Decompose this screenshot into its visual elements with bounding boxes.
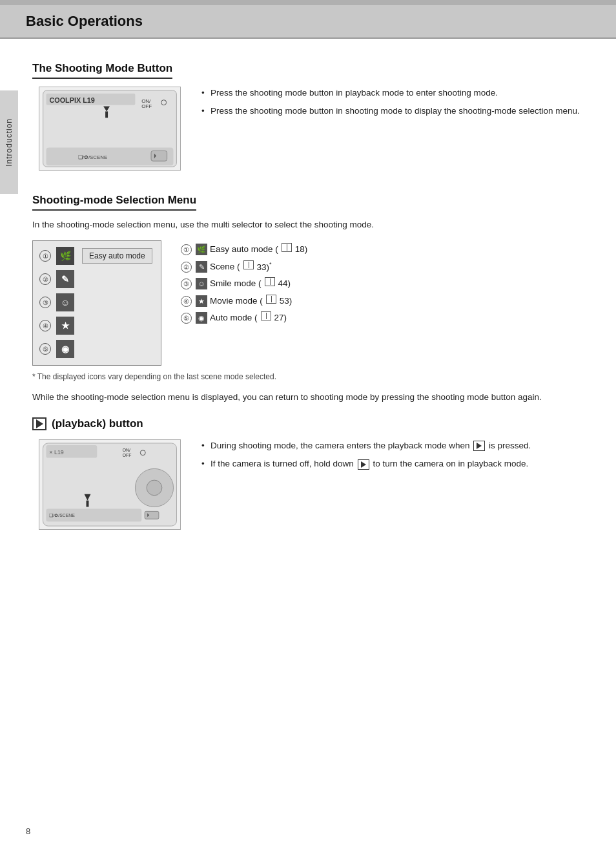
mode-descriptions: ① 🌿 Easy auto mode ( 18) ② ✎ Scene ( 33)…: [181, 240, 307, 328]
playback-bullets: During shooting mode, the camera enters …: [200, 439, 590, 476]
play-icon-box: [32, 417, 46, 430]
page-title: Basic Operations: [26, 13, 590, 30]
svg-text:COOLPIX L19: COOLPIX L19: [49, 96, 94, 104]
playback-layout: × L19 ON/ OFF ❑/✿/SCENE: [32, 439, 590, 530]
svg-rect-24: [145, 511, 159, 519]
mode-item-1[interactable]: ① 🌿 Easy auto mode: [37, 245, 157, 267]
scene-icon: ✎: [196, 261, 207, 273]
bullet-list-2: During shooting mode, the camera enters …: [200, 439, 590, 471]
playback-heading-text: (playback) button: [52, 417, 143, 430]
footnote: * The displayed icons vary depending on …: [32, 372, 590, 381]
circle-2: ②: [181, 262, 192, 273]
easy-auto-icon: 🌿: [196, 244, 207, 255]
mode-list-item-1: ① 🌿 Easy auto mode ( 18): [181, 243, 307, 256]
bullet-item: Press the shooting mode button in shooti…: [200, 105, 590, 118]
mode-label-4: Movie mode (: [210, 295, 263, 308]
book-icon-4: [266, 295, 276, 304]
mode-layout: ① 🌿 Easy auto mode ② ✎ ③ ☺ ④ ★: [32, 240, 590, 366]
circle-5: ⑤: [181, 313, 192, 324]
play-triangle: [36, 419, 43, 428]
svg-text:❑/✿/SCENE: ❑/✿/SCENE: [78, 154, 107, 160]
page-number: 8: [26, 826, 30, 836]
mode-number-3: ③: [39, 297, 51, 308]
svg-text:ON/: ON/: [123, 448, 130, 452]
camera-box-2: × L19 ON/ OFF ❑/✿/SCENE: [39, 439, 181, 530]
movie-icon: ★: [196, 295, 207, 307]
mode-list: ① 🌿 Easy auto mode ( 18) ② ✎ Scene ( 33)…: [181, 243, 307, 324]
mode-list-item-2: ② ✎ Scene ( 33)*: [181, 260, 307, 274]
top-bar: [0, 0, 616, 5]
mode-number-4: ④: [39, 320, 51, 331]
mode-list-item-5: ⑤ ◉ Auto mode ( 27): [181, 311, 307, 324]
mode-label-2: Scene (: [210, 260, 240, 273]
mode-label-5: Auto mode (: [210, 311, 258, 324]
page-header: Basic Operations: [0, 5, 616, 39]
while-paragraph: While the shooting-mode selection menu i…: [32, 390, 590, 404]
mode-icon-movie: ★: [56, 317, 74, 335]
shooting-mode-selection-heading: Shooting-mode Selection Menu: [32, 194, 196, 211]
bullet-list-1: Press the shooting mode button in playba…: [200, 87, 590, 118]
circle-3: ③: [181, 278, 192, 289]
shooting-mode-button-bullets: Press the shooting mode button in playba…: [200, 87, 590, 123]
svg-rect-21: [87, 500, 89, 507]
shooting-mode-button-layout: COOLPIX L19 ON/ OFF ❑/✿/SCENE: [32, 87, 590, 171]
mode-icon-easyauto: 🌿: [56, 247, 74, 265]
svg-text:OFF: OFF: [141, 103, 152, 109]
circle-4: ④: [181, 296, 192, 307]
svg-point-19: [147, 480, 162, 496]
shooting-mode-button-heading: The Shooting Mode Button: [32, 62, 172, 79]
inline-play-icon-1: [473, 441, 485, 451]
mode-label-3: Smile mode (: [210, 277, 262, 290]
main-content: The Shooting Mode Button COOLPIX L19 ON/…: [0, 39, 616, 556]
svg-rect-10: [151, 151, 167, 161]
camera-illustration-1: COOLPIX L19 ON/ OFF ❑/✿/SCENE: [32, 87, 181, 171]
playback-section: (playback) button × L19 ON/ OFF: [32, 417, 590, 530]
mode-icon-auto: ◉: [56, 340, 74, 358]
book-icon-5: [261, 311, 271, 320]
playback-bullet-2: If the camera is turned off, hold down t…: [200, 457, 590, 470]
inline-play-tri-1: [477, 443, 482, 449]
circle-1: ①: [181, 244, 192, 255]
mode-page-1: 18): [295, 243, 308, 256]
auto-icon: ◉: [196, 312, 207, 324]
mode-number-5: ⑤: [39, 343, 51, 355]
shooting-mode-selection-section: Shooting-mode Selection Menu In the shoo…: [32, 183, 590, 381]
mode-selector-box: ① 🌿 Easy auto mode ② ✎ ③ ☺ ④ ★: [32, 240, 161, 366]
camera-illustration-2: × L19 ON/ OFF ❑/✿/SCENE: [32, 439, 181, 530]
mode-item-3[interactable]: ③ ☺: [37, 291, 157, 313]
bullet-item: Press the shooting mode button in playba…: [200, 87, 590, 100]
svg-rect-7: [105, 111, 108, 118]
book-icon-3: [265, 277, 275, 286]
smile-icon: ☺: [196, 278, 207, 289]
book-icon-1: [282, 243, 292, 252]
mode-number-1: ①: [39, 250, 51, 262]
mode-icon-smile: ☺: [56, 293, 74, 311]
book-icon-2: [243, 260, 254, 269]
playback-heading: (playback) button: [32, 417, 590, 430]
sidebar-label: Introduction: [0, 90, 18, 194]
camera-box-1: COOLPIX L19 ON/ OFF ❑/✿/SCENE: [39, 87, 181, 171]
mode-item-2[interactable]: ② ✎: [37, 268, 157, 290]
inline-play-icon-2: [358, 459, 369, 470]
playback-bullet-1: During shooting mode, the camera enters …: [200, 439, 590, 452]
mode-list-item-4: ④ ★ Movie mode ( 53): [181, 295, 307, 308]
inline-play-tri-2: [361, 461, 366, 468]
mode-page-2: 33)*: [257, 260, 272, 274]
shooting-mode-description: In the shooting-mode selection menu, use…: [32, 218, 590, 231]
mode-number-2: ②: [39, 273, 51, 285]
svg-text:× L19: × L19: [49, 449, 63, 456]
mode-page-4: 53): [280, 295, 293, 308]
mode-page-5: 27): [274, 311, 287, 324]
mode-item-5[interactable]: ⑤ ◉: [37, 338, 157, 360]
shooting-mode-button-section: The Shooting Mode Button COOLPIX L19 ON/…: [32, 52, 590, 171]
svg-text:❑/✿/SCENE: ❑/✿/SCENE: [49, 513, 75, 518]
mode-icon-scene: ✎: [56, 270, 74, 288]
svg-text:OFF: OFF: [123, 452, 132, 457]
mode-tooltip: Easy auto mode: [82, 248, 152, 264]
mode-label-1: Easy auto mode (: [210, 243, 278, 256]
mode-item-4[interactable]: ④ ★: [37, 315, 157, 337]
mode-list-item-3: ③ ☺ Smile mode ( 44): [181, 277, 307, 290]
mode-page-3: 44): [278, 277, 291, 290]
